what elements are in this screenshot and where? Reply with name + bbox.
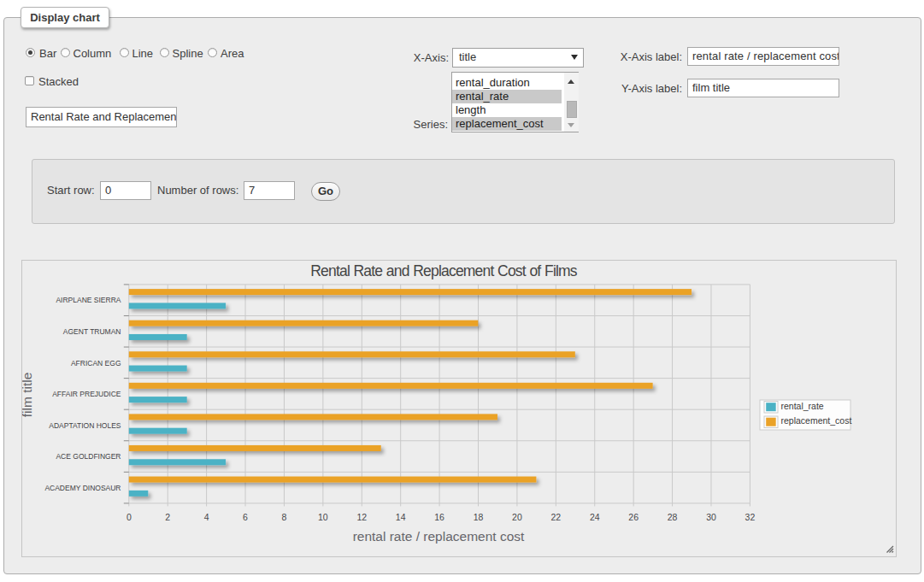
svg-text:ACADEMY DINOSAUR: ACADEMY DINOSAUR — [44, 484, 121, 492]
svg-text:10: 10 — [318, 512, 328, 522]
svg-text:14: 14 — [396, 512, 406, 522]
svg-text:AFRICAN EGG: AFRICAN EGG — [71, 359, 121, 367]
svg-text:rental_rate: rental_rate — [781, 401, 824, 411]
svg-text:28: 28 — [668, 512, 678, 522]
svg-text:6: 6 — [243, 512, 248, 522]
svg-text:ADAPTATION HOLES: ADAPTATION HOLES — [49, 421, 121, 430]
svg-text:12: 12 — [356, 512, 367, 522]
svg-text:Rental Rate and Replacement Co: Rental Rate and Replacement Cost of Film… — [310, 262, 578, 279]
svg-text:rental rate / replacement cost: rental rate / replacement cost — [353, 529, 525, 544]
svg-text:film title: film title — [22, 373, 34, 418]
svg-text:8: 8 — [282, 512, 287, 522]
svg-text:AGENT TRUMAN: AGENT TRUMAN — [63, 327, 121, 336]
svg-text:ACE GOLDFINGER: ACE GOLDFINGER — [56, 452, 121, 461]
svg-text:AIRPLANE SIERRA: AIRPLANE SIERRA — [56, 296, 121, 304]
svg-text:20: 20 — [512, 512, 522, 522]
svg-text:16: 16 — [434, 512, 444, 522]
svg-text:22: 22 — [550, 512, 561, 522]
svg-text:32: 32 — [745, 512, 756, 522]
svg-text:0: 0 — [127, 512, 132, 522]
svg-text:AFFAIR PREJUDICE: AFFAIR PREJUDICE — [52, 390, 121, 398]
svg-text:2: 2 — [165, 512, 170, 522]
svg-text:replacement_cost: replacement_cost — [781, 415, 852, 426]
svg-text:18: 18 — [474, 512, 484, 522]
svg-text:24: 24 — [590, 512, 600, 522]
svg-text:4: 4 — [204, 512, 209, 522]
svg-text:26: 26 — [628, 512, 639, 522]
svg-text:30: 30 — [706, 512, 716, 522]
